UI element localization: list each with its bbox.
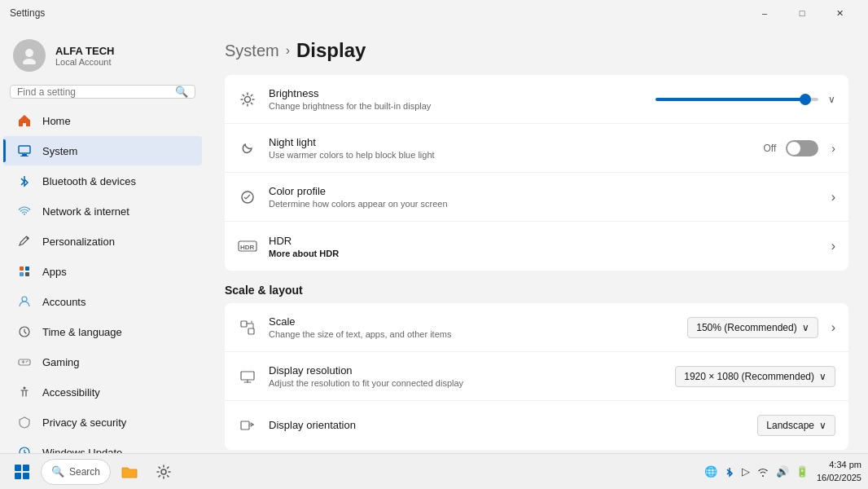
user-info: ALFA TECH Local Account [55,45,114,67]
svg-point-14 [27,360,28,362]
content-area: System › Display Brightness Change brigh… [205,26,868,453]
svg-rect-9 [25,272,29,276]
sidebar-item-accounts[interactable]: Accounts [3,287,202,316]
color-profile-subtitle: Determine how colors appear on your scre… [269,199,831,209]
svg-point-15 [24,387,26,390]
sidebar-item-gaming[interactable]: Gaming [3,347,202,377]
resolution-dropdown-chevron: ∨ [819,371,826,382]
color-profile-title: Color profile [269,185,831,197]
scale-title: Scale [269,315,687,328]
svg-rect-2 [19,146,30,153]
privacy-icon [16,414,33,430]
sidebar-item-privacy[interactable]: Privacy & security [3,408,202,437]
clock-time: 4:34 pm [817,459,861,471]
minimize-button[interactable]: – [746,0,783,26]
sidebar-item-apps[interactable]: Apps [3,257,202,286]
svg-rect-26 [15,473,21,479]
sidebar-item-system[interactable]: System [3,136,202,165]
sidebar-item-time[interactable]: Time & language [3,317,202,346]
apps-icon [16,263,33,280]
svg-rect-23 [241,421,249,430]
resolution-item[interactable]: Display resolution Adjust the resolution… [225,352,848,401]
accessibility-icon [16,384,33,400]
nav-list: Home System [0,105,205,453]
sidebar-item-label-time: Time & language [42,326,122,338]
sidebar-search-box[interactable]: 🔍 [10,85,195,99]
tray-bluetooth-icon[interactable] [722,465,737,479]
orientation-item[interactable]: Display orientation Landscape ∨ [225,401,848,450]
scale-dropdown[interactable]: 150% (Recommended) ∨ [687,317,818,338]
scale-control[interactable]: 150% (Recommended) ∨ › [687,317,835,338]
orientation-icon [238,416,257,435]
toggle-off-label: Off [764,143,777,154]
brightness-title: Brightness [269,87,655,99]
sidebar-item-network[interactable]: Network & internet [3,196,202,226]
personalization-icon [16,233,33,249]
resolution-control[interactable]: 1920 × 1080 (Recommended) ∨ [675,366,835,387]
orientation-dropdown[interactable]: Landscape ∨ [757,415,835,436]
night-light-arrow: › [831,142,835,155]
start-button[interactable] [7,456,37,487]
section-scale-layout: Scale & layout [225,284,848,297]
svg-point-17 [245,96,251,102]
svg-rect-27 [23,473,29,479]
brightness-item[interactable]: Brightness Change brightness for the bui… [225,75,848,124]
tray-battery-icon[interactable]: 🔋 [794,464,810,479]
breadcrumb: System › Display [225,39,848,62]
file-explorer-button[interactable] [114,456,145,487]
svg-rect-22 [241,372,254,380]
orientation-text: Display orientation [269,419,757,433]
svg-point-5 [27,237,29,240]
sidebar-item-bluetooth[interactable]: Bluetooth & devices [3,166,202,196]
tray-send-icon[interactable]: ▷ [740,464,752,479]
sidebar-item-personalization[interactable]: Personalization [3,227,202,256]
sidebar-item-label-bluetooth: Bluetooth & devices [42,175,136,187]
night-light-toggle[interactable] [786,140,818,156]
maximize-button[interactable]: □ [783,0,821,26]
clock-area[interactable]: 4:34 pm 16/02/2025 [817,459,861,484]
user-account: Local Account [55,57,114,67]
svg-text:HDR: HDR [240,244,255,251]
sidebar-item-windows-update[interactable]: Windows Update [3,438,202,453]
sidebar-item-label-home: Home [42,115,71,127]
scale-subtitle: Change the size of text, apps, and other… [269,329,687,339]
orientation-control[interactable]: Landscape ∨ [757,415,835,436]
close-button[interactable]: ✕ [821,0,858,26]
night-light-icon [238,139,257,158]
night-light-control[interactable]: Off › [764,140,835,156]
search-input[interactable] [17,86,175,98]
tray-wifi-icon[interactable] [755,465,771,479]
resolution-dropdown[interactable]: 1920 × 1080 (Recommended) ∨ [675,366,835,387]
avatar [13,39,46,72]
sidebar-item-home[interactable]: Home [3,106,202,135]
taskbar-search-icon: 🔍 [51,465,64,478]
user-profile[interactable]: ALFA TECH Local Account [0,26,205,82]
sidebar-item-label-accessibility: Accessibility [42,386,100,399]
settings-taskbar-button[interactable] [148,456,179,487]
sidebar-item-accessibility[interactable]: Accessibility [3,377,202,407]
tray-volume-icon[interactable]: 🔊 [774,464,791,479]
titlebar: Settings – □ ✕ [0,0,868,26]
resolution-dropdown-value: 1920 × 1080 (Recommended) [684,371,814,382]
brightness-text: Brightness Change brightness for the bui… [269,87,655,111]
svg-rect-8 [20,272,24,276]
breadcrumb-parent[interactable]: System [225,42,279,60]
scale-dropdown-chevron: ∨ [802,322,809,333]
scale-layout-card: Scale Change the size of text, apps, and… [225,303,848,450]
tray-network-icon[interactable]: 🌐 [703,464,719,479]
svg-rect-7 [25,267,29,271]
hdr-icon: HDR [238,236,257,256]
home-icon [16,112,33,129]
sidebar-item-label-windows-update: Windows Update [42,447,122,454]
night-light-item[interactable]: Night light Use warmer colors to help bl… [225,124,848,173]
search-taskbar[interactable]: 🔍 Search [41,459,111,485]
gaming-icon [16,354,33,370]
brightness-control[interactable]: ∨ [655,94,835,105]
svg-point-1 [23,59,36,64]
color-profile-item[interactable]: Color profile Determine how colors appea… [225,173,848,222]
scale-item[interactable]: Scale Change the size of text, apps, and… [225,303,848,352]
brightness-slider[interactable] [655,98,818,101]
night-light-title: Night light [269,136,764,148]
hdr-item[interactable]: HDR HDR More about HDR › [225,222,848,271]
settings-title: Settings [10,7,45,19]
